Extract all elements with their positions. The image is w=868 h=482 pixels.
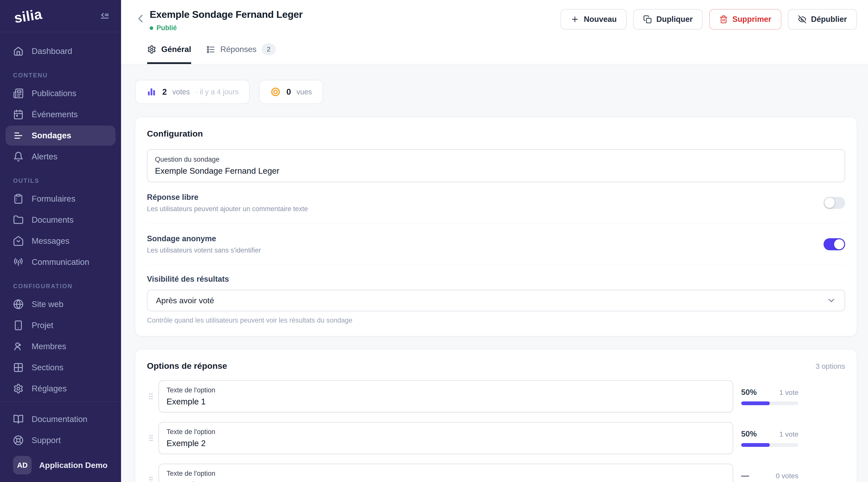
page-title: Exemple Sondage Fernand Leger — [150, 9, 303, 20]
sidebar-item-communication[interactable]: Communication — [5, 252, 116, 272]
broadcast-icon — [13, 257, 24, 267]
sidebar-item-documents[interactable]: Documents — [5, 210, 116, 230]
sidebar-item-label: Messages — [32, 236, 69, 246]
sidebar-item-support[interactable]: Support — [5, 430, 116, 450]
anonymous-label: Sondage anonyme — [147, 234, 261, 243]
sidebar-item-label: Réglages — [32, 384, 67, 393]
sidebar-item-label: Dashboard — [32, 46, 72, 56]
views-chip: 0 vues — [259, 80, 323, 104]
grip-vertical-icon — [147, 392, 155, 400]
visibility-section: Visibilité des résultats Après avoir vot… — [147, 265, 845, 324]
anonymous-row: Sondage anonyme Les utilisateurs votent … — [147, 224, 845, 265]
sidebar-footer: Documentation Support AD Application Dem… — [0, 401, 121, 482]
tab-general[interactable]: Général — [147, 43, 191, 64]
question-field-label: Question du sondage — [155, 156, 837, 163]
toggle-knob — [825, 198, 835, 208]
folder-icon — [13, 215, 24, 225]
new-button-label: Nouveau — [584, 15, 617, 24]
sidebar-item-sections[interactable]: Sections — [5, 357, 116, 378]
grid-icon — [13, 362, 24, 373]
sidebar-item-formulaires[interactable]: Formulaires — [5, 189, 116, 209]
collapse-sidebar-icon — [99, 11, 110, 21]
user-icon — [13, 341, 24, 352]
option-field-1[interactable]: Texte de l'option Exemple 1 — [158, 380, 733, 413]
status-label: Publié — [156, 24, 177, 32]
drag-handle[interactable] — [147, 392, 158, 400]
option-field-value: Exemple 2 — [166, 439, 725, 448]
sidebar-item-label: Membres — [32, 342, 66, 351]
sidebar-item-reglages[interactable]: Réglages — [5, 379, 116, 399]
sidebar-item-dashboard[interactable]: Dashboard — [5, 41, 116, 61]
user-name: Application Demo — [39, 461, 107, 470]
sidebar-item-sondages[interactable]: Sondages — [5, 126, 116, 146]
question-field[interactable]: Question du sondage Exemple Sondage Fern… — [147, 149, 845, 182]
sidebar-item-label: Sondages — [32, 131, 71, 140]
sidebar-item-label: Documentation — [32, 415, 87, 424]
sidebar-item-publications[interactable]: Publications — [5, 83, 116, 103]
bar-chart-icon — [146, 87, 157, 97]
sidebar-item-projet[interactable]: Projet — [5, 315, 116, 335]
sidebar-section-outils: OUTILS — [13, 177, 116, 184]
tab-responses-label: Réponses — [220, 45, 256, 54]
votes-meta: · il y a 4 jours — [195, 88, 239, 96]
sidebar-item-label: Projet — [32, 321, 53, 330]
option-field-label: Texte de l'option — [166, 470, 725, 478]
sidebar-section-configuration: CONFIGURATION — [13, 283, 116, 290]
option-stats-2: 50% 1 vote — [741, 429, 799, 447]
visibility-select-value: Après avoir voté — [156, 296, 214, 305]
tab-responses[interactable]: Réponses 2 — [206, 43, 276, 64]
book-open-icon — [13, 414, 24, 424]
option-field-3[interactable]: Texte de l'option Exemple 3 — [158, 464, 733, 482]
home-icon — [13, 46, 24, 57]
stats-row: 2 votes · il y a 4 jours 0 vues — [135, 80, 857, 104]
option-field-label: Texte de l'option — [166, 386, 725, 394]
drag-handle[interactable] — [147, 434, 158, 442]
tab-bar: Général Réponses 2 — [135, 43, 857, 64]
sidebar-header: silia — [0, 0, 121, 32]
sidebar-section-contenu: CONTENU — [13, 72, 116, 79]
sidebar-item-site-web[interactable]: Site web — [5, 294, 116, 314]
free-response-label: Réponse libre — [147, 193, 308, 202]
new-button[interactable]: Nouveau — [561, 9, 627, 30]
sidebar-item-evenements[interactable]: Événements — [5, 104, 116, 125]
target-icon — [270, 87, 281, 97]
list-icon — [206, 45, 215, 54]
duplicate-button[interactable]: Dupliquer — [633, 9, 703, 30]
sidebar-item-membres[interactable]: Membres — [5, 336, 116, 356]
toggle-knob — [834, 239, 844, 249]
options-count: 3 options — [815, 362, 845, 371]
progress-track — [741, 401, 799, 405]
sidebar-item-label: Alertes — [32, 152, 58, 161]
sidebar-item-label: Événements — [32, 110, 78, 119]
life-buoy-icon — [13, 435, 24, 446]
configuration-title: Configuration — [147, 129, 845, 138]
grip-vertical-icon — [147, 476, 155, 482]
sidebar-item-documentation[interactable]: Documentation — [5, 409, 116, 429]
views-label: vues — [297, 88, 312, 96]
option-row-2: Texte de l'option Exemple 2 50% 1 vote — [147, 422, 845, 454]
options-title: Options de réponse — [147, 361, 227, 371]
main-area: Exemple Sondage Fernand Leger Publié Nou… — [121, 0, 868, 482]
sidebar-item-alertes[interactable]: Alertes — [5, 147, 116, 167]
copy-icon — [643, 15, 652, 24]
sidebar-collapse-button[interactable] — [99, 11, 110, 21]
option-field-2[interactable]: Texte de l'option Exemple 2 — [158, 422, 733, 454]
sidebar: silia Dashboard CONTENU Publications Évé… — [0, 0, 121, 482]
status-badge: Publié — [150, 24, 303, 32]
back-button[interactable] — [135, 13, 146, 24]
user-account[interactable]: AD Application Demo — [5, 452, 116, 475]
gear-icon — [147, 45, 156, 54]
anonymous-description: Les utilisateurs votent sans s'identifie… — [147, 247, 261, 254]
free-response-toggle[interactable] — [824, 197, 845, 209]
unpublish-button[interactable]: Dépublier — [788, 9, 857, 30]
sidebar-item-messages[interactable]: Messages — [5, 231, 116, 251]
sidebar-item-label: Support — [32, 436, 61, 445]
responses-count-badge: 2 — [261, 43, 276, 55]
visibility-select[interactable]: Après avoir voté — [147, 290, 845, 311]
drag-handle[interactable] — [147, 476, 158, 482]
option-field-value: Exemple 1 — [166, 397, 725, 407]
option-field-label: Texte de l'option — [166, 428, 725, 436]
delete-button[interactable]: Supprimer — [709, 9, 781, 30]
anonymous-toggle[interactable] — [824, 238, 845, 250]
duplicate-button-label: Dupliquer — [656, 15, 693, 24]
